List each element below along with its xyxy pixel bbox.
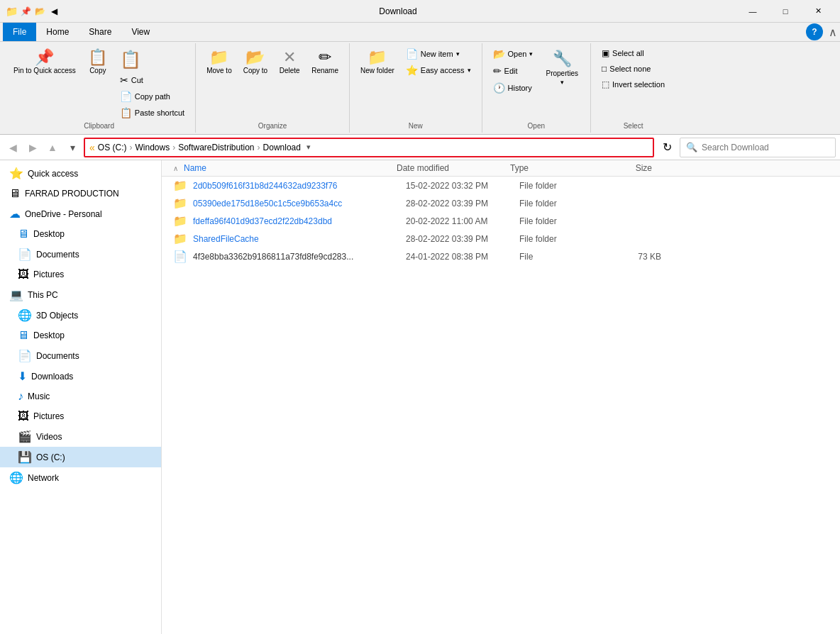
ribbon-collapse-icon[interactable]: ∧ [829,26,837,39]
desktop-2-icon: 🖥 [18,329,29,342]
sidebar-item-pictures-1[interactable]: 🖼 Pictures [0,265,161,284]
new-folder-button[interactable]: 📁 New folder [355,46,399,79]
sidebar-item-network[interactable]: 🌐 Network [0,467,161,488]
sidebar-item-downloads[interactable]: ⬇ Downloads [0,366,161,386]
new-item-dropdown-icon: ▾ [456,50,460,57]
paste-shortcut-button[interactable]: 📋 Paste shortcut [115,105,189,121]
copy-icon: 📋 [88,50,107,65]
select-group-label: Select [624,122,643,130]
delete-button[interactable]: ✕ Delete [274,46,305,79]
downloads-icon: ⬇ [18,369,27,383]
breadcrumb-os[interactable]: OS (C:) [98,143,127,152]
forward-button[interactable]: ▶ [24,139,41,156]
rename-icon: ✏ [319,50,331,65]
sep-3: › [258,143,260,152]
easy-access-button[interactable]: ⭐ Easy access ▾ [401,62,476,78]
help-button[interactable]: ? [806,23,823,40]
new-folder-icon: 📁 [368,50,387,65]
quick-access-icon: ⭐ [9,167,23,180]
breadcrumb-download[interactable]: Download [263,143,301,152]
history-button[interactable]: 🕐 History [488,80,538,96]
up-button[interactable]: ▲ [44,139,61,156]
sidebar-item-documents-2[interactable]: 📄 Documents [0,345,161,366]
sidebar-item-pictures-2[interactable]: 🖼 Pictures [0,406,161,426]
address-dropdown-icon[interactable]: ▾ [306,143,311,152]
col-header-size[interactable]: Size [595,163,652,173]
tab-share[interactable]: Share [79,23,121,41]
ribbon-tabs: File Home Share View ? ∧ [0,23,840,42]
sidebar-item-farrad[interactable]: 🖥 FARRAD PRODUCTION [0,184,161,204]
copy-to-button[interactable]: 📂 Copy to [238,46,272,79]
sidebar-item-desktop-2[interactable]: 🖥 Desktop [0,326,161,345]
file-type: File folder [519,216,604,226]
tab-view[interactable]: View [121,23,160,41]
table-row[interactable]: 📁 05390ede175d18e50c1c5ce9b653a4cc 28-02… [162,194,840,212]
col-header-type[interactable]: Type [510,163,595,173]
file-name: SharedFileCache [193,234,406,244]
tab-file[interactable]: File [3,23,36,41]
sidebar-item-this-pc[interactable]: 💻 This PC [0,284,161,305]
move-to-button[interactable]: 📁 Move to [201,46,237,79]
maximize-button[interactable]: □ [769,0,802,23]
file-date: 28-02-2022 03:39 PM [406,199,519,208]
edit-button[interactable]: ✏ Edit [488,63,538,79]
documents-2-icon: 📄 [18,349,32,362]
minimize-button[interactable]: — [736,0,769,23]
address-box[interactable]: « OS (C:) › Windows › SoftwareDistributi… [84,138,654,157]
copy-path-button[interactable]: 📄 Copy path [115,89,175,104]
sidebar-item-onedrive[interactable]: ☁ OneDrive - Personal [0,204,161,224]
search-input[interactable] [702,143,829,152]
sidebar-item-3d-objects[interactable]: 🌐 3D Objects [0,305,161,326]
close-button[interactable]: ✕ [802,0,834,23]
rename-button[interactable]: ✏ Rename [306,46,343,79]
open-icon: 📂 [493,48,505,60]
pin-to-quick-access-button[interactable]: 📌 Pin to Quick access [9,46,81,79]
search-box[interactable]: 🔍 [680,138,836,157]
refresh-button[interactable]: ↻ [657,138,677,157]
invert-selection-label: Invert selection [612,80,665,89]
delete-label: Delete [280,67,300,75]
recent-locations-button[interactable]: ▾ [64,139,81,156]
sidebar-item-desktop-1[interactable]: 🖥 Desktop [0,224,161,244]
invert-selection-button[interactable]: ⬚ Invert selection [597,77,670,91]
table-row[interactable]: 📄 4f3e8bba3362b9186811a73fd8fe9cd283... … [162,248,840,265]
cut-button[interactable]: ✂ Cut [115,72,148,88]
open-button[interactable]: 📂 Open ▾ [488,46,538,62]
table-row[interactable]: 📁 2d0b509f616f31b8d244632ad9233f76 15-02… [162,177,840,194]
ribbon-group-new: 📁 New folder 📄 New item ▾ ⭐ Easy access … [350,43,482,133]
collapse-button[interactable]: ∧ [173,165,178,172]
os-c-icon: 💾 [18,450,32,464]
invert-selection-icon: ⬚ [602,79,609,89]
select-all-button[interactable]: ▣ Select all [597,46,670,60]
copy-path-icon: 📄 [120,91,132,102]
back-icon-titlebar: ◀ [48,6,60,17]
sidebar-item-videos[interactable]: 🎬 Videos [0,426,161,447]
sidebar-item-quick-access[interactable]: ⭐ Quick access [0,163,161,184]
table-row[interactable]: 📁 fdeffa96f401d9d37ecd2f22db423dbd 20-02… [162,212,840,230]
breadcrumb-windows[interactable]: Windows [135,143,170,152]
file-icon: 📄 [173,250,187,263]
file-date: 24-01-2022 08:38 PM [406,252,519,262]
folder-color-icon: 📂 [34,6,45,17]
select-none-button[interactable]: □ Select none [597,62,670,76]
easy-access-icon: ⭐ [406,65,418,76]
sidebar-item-os-c[interactable]: 💾 OS (C:) [0,447,161,467]
breadcrumb-softdist[interactable]: SoftwareDistribution [178,143,254,152]
paste-button[interactable]: 📋 [115,46,146,72]
col-header-name[interactable]: Name [184,163,397,173]
search-icon: 🔍 [686,142,697,152]
new-item-button[interactable]: 📄 New item ▾ [401,46,476,62]
col-header-date[interactable]: Date modified [397,163,510,173]
file-date: 15-02-2022 03:32 PM [406,181,519,191]
app-icon: 📁 [6,6,17,17]
properties-button[interactable]: 🔧 Properties ▾ [539,46,585,89]
copy-button[interactable]: 📋 Copy [82,46,114,79]
sidebar-item-documents-1[interactable]: 📄 Documents [0,244,161,265]
table-row[interactable]: 📁 SharedFileCache 28-02-2022 03:39 PM Fi… [162,230,840,248]
easy-access-dropdown-icon: ▾ [468,67,471,74]
back-button[interactable]: ◀ [4,139,21,156]
videos-icon: 🎬 [18,430,32,443]
tab-home[interactable]: Home [36,23,79,41]
sidebar-item-music[interactable]: ♪ Music [0,386,161,406]
file-type: File folder [519,199,604,208]
